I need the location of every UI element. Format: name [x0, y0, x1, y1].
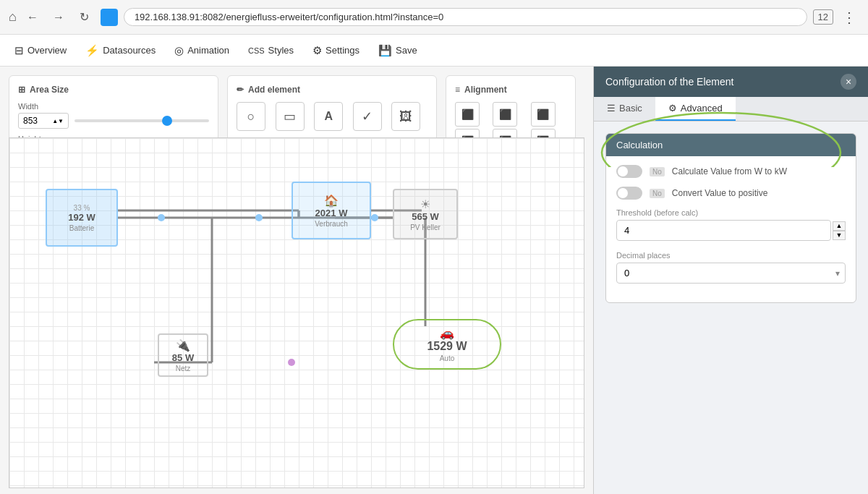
width-field: Width 853 ▲▼ [18, 102, 209, 129]
check-shape-btn[interactable]: ✓ [353, 102, 382, 131]
threshold-down-btn[interactable]: ▼ [833, 231, 846, 240]
svg-point-11 [371, 214, 378, 221]
auto-icon: 🚗 [440, 326, 454, 340]
animation-icon: ◎ [174, 44, 184, 57]
node-battery[interactable]: 33 % 192 W Batterie [46, 189, 118, 247]
overview-button[interactable]: ⊟ Overview [6, 40, 75, 61]
advanced-tab-icon: ⚙ [668, 103, 677, 114]
decimal-select-wrapper: 0 1 2 3 ▾ [616, 263, 846, 284]
image-shape-btn[interactable]: 🖼 [391, 102, 420, 131]
settings-button[interactable]: ⚙ Settings [304, 40, 368, 61]
svg-point-10 [255, 214, 263, 221]
svg-point-9 [158, 214, 165, 221]
auto-value: 1529 W [427, 340, 467, 353]
config-header: Configuration of the Element × [594, 67, 868, 97]
canvas-area[interactable]: 33 % 192 W Batterie 🏠 2021 W Verbrauch ☀… [9, 137, 584, 488]
toggle-positive-desc: Convert Value to positive [672, 188, 846, 198]
home-icon[interactable]: ⌂ [9, 9, 17, 25]
threshold-input-row: ▲ ▼ [616, 220, 846, 241]
datasources-button[interactable]: ⚡ Datasources [77, 40, 164, 61]
styles-button[interactable]: CSS Styles [239, 41, 302, 60]
datasources-label: Datasources [103, 45, 156, 56]
area-size-icon: ⊞ [18, 85, 25, 95]
toggle-kw-knob [618, 166, 628, 176]
toggle-positive[interactable] [616, 187, 642, 200]
align-left-btn[interactable]: ⬛ [455, 102, 480, 127]
chrome-menu-icon[interactable]: ⋮ [839, 6, 859, 29]
config-title: Configuration of the Element [605, 76, 733, 88]
netz-value: 85 W [172, 352, 194, 363]
toggle-kw[interactable] [616, 165, 642, 178]
node-verbrauch[interactable]: 🏠 2021 W Verbrauch [292, 182, 371, 239]
settings-label: Settings [326, 45, 359, 56]
back-button[interactable]: ← [22, 7, 43, 27]
config-content: Calculation No Calculate Value from W to… [594, 122, 868, 323]
circle-shape-btn[interactable]: ○ [237, 102, 265, 131]
tab-basic[interactable]: ☰ Basic [594, 97, 655, 121]
text-shape-btn[interactable]: A [314, 102, 343, 131]
node-pv[interactable]: ☀ 565 W PV Keller [393, 189, 458, 239]
align-right-btn[interactable]: ⬛ [531, 102, 556, 127]
width-slider[interactable] [75, 119, 209, 122]
config-tabs: ☰ Basic ⚙ Advanced [594, 97, 868, 122]
main-area: ⊞ Area Size Width 853 ▲▼ [0, 67, 868, 494]
toggle-kw-desc: Calculate Value from W to kW [672, 166, 846, 176]
extension-icon [101, 9, 118, 26]
verbrauch-icon: 🏠 [324, 194, 339, 208]
threshold-field: Threshold (before calc) ▲ ▼ [616, 208, 846, 241]
url-text: 192.168.138.91:8082/energiefluss-erweite… [135, 12, 443, 22]
address-bar[interactable]: 192.168.138.91:8082/energiefluss-erweite… [124, 8, 807, 26]
tab-advanced[interactable]: ⚙ Advanced [655, 97, 736, 121]
controls-panel: ⊞ Area Size Width 853 ▲▼ [0, 67, 593, 494]
toggle-row-1: No Calculate Value from W to kW [616, 165, 846, 178]
config-close-button[interactable]: × [841, 74, 856, 90]
overview-label: Overview [27, 45, 67, 56]
save-icon: 💾 [378, 44, 392, 57]
toolbar: ⊟ Overview ⚡ Datasources ◎ Animation CSS… [0, 35, 868, 67]
width-label: Width [18, 102, 209, 111]
pv-icon: ☀ [420, 197, 430, 211]
verbrauch-value: 2021 W [315, 208, 348, 218]
threshold-stepper: ▲ ▼ [833, 221, 846, 240]
basic-tab-icon: ☰ [607, 103, 616, 114]
settings-icon: ⚙ [312, 44, 322, 57]
netz-icon: 🔌 [176, 338, 190, 352]
node-netz[interactable]: 🔌 85 W Netz [158, 333, 208, 377]
add-element-icon: ✏ [237, 85, 244, 95]
calc-section: Calculation No Calculate Value from W to… [605, 133, 856, 303]
battery-label: Batterie [69, 224, 94, 232]
datasources-icon: ⚡ [85, 44, 99, 57]
rect-shape-btn[interactable]: ▭ [276, 102, 305, 131]
align-center-h-btn[interactable]: ⬛ [493, 102, 517, 127]
add-element-title: ✏ Add element [237, 85, 427, 95]
canvas-grid: 33 % 192 W Batterie 🏠 2021 W Verbrauch ☀… [9, 138, 584, 487]
styles-label: Styles [268, 45, 294, 56]
toggle-kw-no-label: No [650, 167, 665, 176]
save-label: Save [396, 45, 417, 56]
animation-label: Animation [187, 45, 229, 56]
styles-icon: CSS [248, 46, 265, 55]
pv-label: PV Keller [410, 223, 441, 231]
calc-body: No Calculate Value from W to kW No Conve… [606, 156, 856, 302]
browser-chrome: ⌂ ← → ↻ 192.168.138.91:8082/energiefluss… [0, 0, 868, 35]
netz-label: Netz [176, 365, 191, 372]
overview-icon: ⊟ [14, 44, 24, 57]
area-size-title: ⊞ Area Size [18, 85, 209, 95]
toggle-row-2: No Convert Value to positive [616, 187, 846, 200]
decimal-label: Decimal places [616, 251, 846, 260]
decimal-select[interactable]: 0 1 2 3 [616, 263, 846, 284]
forward-button[interactable]: → [48, 7, 69, 27]
reload-button[interactable]: ↻ [75, 7, 95, 27]
threshold-input[interactable] [616, 220, 831, 241]
config-panel: Configuration of the Element × ☰ Basic ⚙… [593, 67, 868, 494]
svg-point-12 [288, 359, 295, 366]
calc-section-header: Calculation [606, 134, 856, 156]
threshold-up-btn[interactable]: ▲ [833, 221, 846, 231]
node-auto[interactable]: 🚗 1529 W Auto [393, 319, 501, 370]
save-button[interactable]: 💾 Save [370, 40, 426, 61]
toggle-positive-knob [618, 188, 628, 198]
decimal-field: Decimal places 0 1 2 3 ▾ [616, 251, 846, 284]
animation-button[interactable]: ◎ Animation [166, 40, 238, 61]
width-input[interactable]: 853 ▲▼ [18, 113, 69, 129]
battery-value: 192 W [68, 212, 95, 223]
